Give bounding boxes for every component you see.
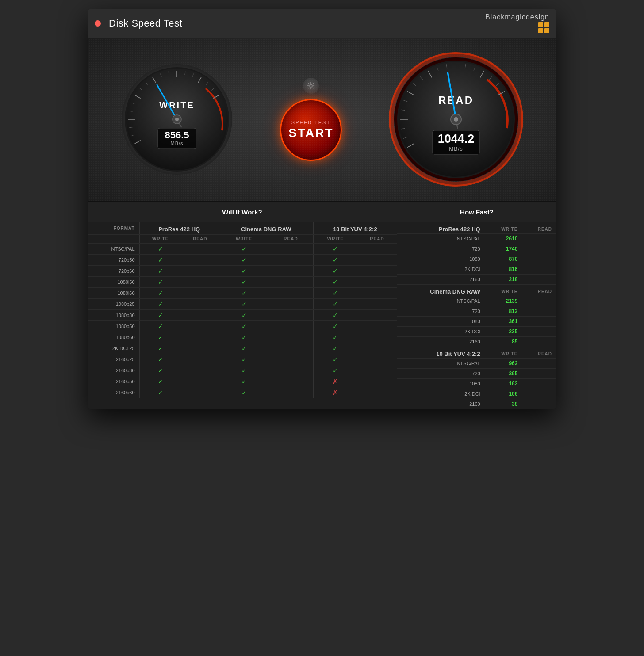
brand-name: Blackmagicdesign [485, 13, 549, 21]
table-row: 2160p50✓✓✗ [88, 376, 397, 387]
check-cell [268, 354, 313, 365]
check-cell [357, 299, 397, 310]
check-cell [357, 321, 397, 332]
check-cell: ✓ [313, 365, 357, 376]
hf-label: 2K DCI [397, 389, 485, 399]
group-name: ProRes 422 HQ [397, 222, 485, 234]
table-row: 2160p25✓✓✓ [88, 354, 397, 365]
check-mark: ✓ [242, 389, 247, 396]
read-gauge: READ 1044.2 MB/s [387, 51, 525, 188]
check-mark: ✓ [242, 301, 247, 308]
check-mark: ✓ [242, 356, 247, 363]
table-row: 2160p30✓✓✓ [88, 365, 397, 376]
start-button[interactable]: SPEED TEST START [280, 99, 342, 161]
yuv-header: 10 Bit YUV 4:2:2 [313, 222, 397, 235]
check-cell [181, 365, 219, 376]
check-cell: ✓ [219, 255, 268, 266]
hf-data-row: 2160 38 [397, 399, 556, 409]
start-sub-label: SPEED TEST [291, 120, 330, 125]
gear-icon [307, 82, 315, 90]
hf-read-value [522, 234, 556, 244]
table-row: 720p60✓✓✓ [88, 266, 397, 277]
table-row: 1080p60✓✓✓ [88, 332, 397, 343]
hf-label: NTSC/PAL [397, 359, 485, 369]
format-cell: 1080i50 [88, 277, 139, 288]
table-row: 720p50✓✓✓ [88, 255, 397, 266]
svg-text:856.5: 856.5 [165, 130, 189, 141]
check-cell [181, 343, 219, 354]
read-gauge-svg: READ 1044.2 MB/s [387, 51, 525, 188]
hf-label: 2K DCI [397, 327, 485, 337]
hf-data-row: 2K DCI 235 [397, 327, 556, 337]
check-mark: ✓ [242, 312, 247, 319]
check-cell: ✓ [139, 255, 181, 266]
format-cell: 720p50 [88, 255, 139, 266]
hf-read-value [522, 264, 556, 275]
check-cell: ✓ [219, 288, 268, 299]
check-cell [268, 365, 313, 376]
check-mark: ✓ [242, 278, 247, 286]
check-cell: ✓ [219, 310, 268, 321]
group-name: Cinema DNG RAW [397, 285, 485, 296]
title-bar-left: Disk Speed Test [95, 18, 182, 29]
check-cell: ✓ [139, 299, 181, 310]
settings-button[interactable] [303, 78, 319, 94]
check-cell: ✗ [313, 376, 357, 387]
check-cell [181, 387, 219, 398]
check-cell [268, 244, 313, 255]
bmd-logo: Blackmagicdesign [485, 13, 549, 33]
hf-write-value: 361 [485, 317, 522, 327]
check-cell: ✓ [139, 266, 181, 277]
format-cell: 2160p30 [88, 365, 139, 376]
check-mark: ✓ [158, 301, 163, 308]
check-mark: ✓ [333, 267, 338, 275]
check-cell [181, 376, 219, 387]
check-cell [357, 376, 397, 387]
group-name: 10 Bit YUV 4:2:2 [397, 347, 485, 359]
check-cell [357, 288, 397, 299]
check-mark: ✓ [158, 367, 163, 374]
table-row: NTSC/PAL✓✓✓ [88, 244, 397, 255]
check-cell [181, 321, 219, 332]
hf-data-row: 720 1740 [397, 244, 556, 254]
check-cell: ✓ [139, 343, 181, 354]
svg-line-38 [308, 88, 309, 88]
svg-line-36 [313, 88, 314, 88]
hf-write-value: 235 [485, 327, 522, 337]
check-cell: ✓ [219, 343, 268, 354]
table-row: 1080p50✓✓✓ [88, 321, 397, 332]
hf-data-row: 720 812 [397, 306, 556, 317]
hf-read-value [522, 327, 556, 337]
hf-read-value [522, 399, 556, 409]
check-mark: ✓ [158, 334, 163, 341]
write-gauge-svg: WRITE 856.5 MB/s [119, 62, 234, 177]
check-cell [357, 266, 397, 277]
title-bar: Disk Speed Test Blackmagicdesign [88, 9, 556, 38]
check-mark: ✓ [333, 245, 338, 252]
svg-text:READ: READ [438, 94, 474, 106]
format-cell: 2K DCI 25 [88, 343, 139, 354]
hf-write-value: 1740 [485, 244, 522, 254]
check-cell [181, 332, 219, 343]
group-header-row: ProRes 422 HQ WRITE READ [397, 222, 556, 234]
check-mark: ✓ [158, 389, 163, 396]
check-cell: ✓ [219, 299, 268, 310]
format-cell: 2160p25 [88, 354, 139, 365]
check-cell [181, 299, 219, 310]
read-col-header: READ [522, 347, 556, 359]
write-gauge: WRITE 856.5 MB/s [119, 62, 234, 177]
hf-write-value: 106 [485, 389, 522, 399]
check-cell: ✓ [139, 244, 181, 255]
hf-label: NTSC/PAL [397, 296, 485, 306]
hf-label: 1080 [397, 317, 485, 327]
check-cell [357, 354, 397, 365]
close-button[interactable] [95, 20, 101, 27]
hf-read-value [522, 306, 556, 317]
check-cell [268, 387, 313, 398]
format-cell: 2160p50 [88, 376, 139, 387]
check-mark: ✓ [333, 312, 338, 319]
check-mark: ✓ [158, 378, 163, 385]
read-col-header: READ [522, 285, 556, 296]
check-cell: ✓ [313, 244, 357, 255]
check-cell [268, 288, 313, 299]
